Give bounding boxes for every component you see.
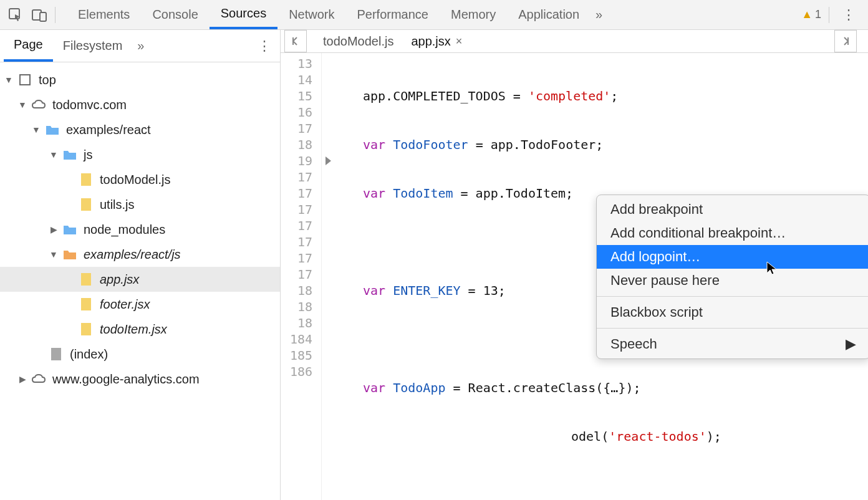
line-number[interactable]: 17 xyxy=(281,169,321,185)
navigator-menu-icon[interactable]: ⋮ xyxy=(253,38,276,54)
svg-rect-4 xyxy=(81,173,91,186)
file-tab[interactable]: todoModel.js xyxy=(314,30,402,52)
ctx-blackbox-script[interactable]: Blackbox script xyxy=(597,300,868,324)
side-tabs-overflow-icon[interactable]: » xyxy=(132,39,149,53)
side-tab-page[interactable]: Page xyxy=(4,30,53,62)
ctx-never-pause[interactable]: Never pause here xyxy=(597,269,868,292)
tree-label: footer.jsx xyxy=(100,297,150,312)
line-number[interactable]: 17 xyxy=(281,218,321,234)
context-menu: Add breakpoint Add conditional breakpoin… xyxy=(596,195,868,359)
folder-icon xyxy=(62,247,77,262)
line-number[interactable]: 18 xyxy=(281,299,321,315)
line-number[interactable]: 16 xyxy=(281,104,321,120)
svg-rect-3 xyxy=(20,75,30,85)
line-number[interactable]: 18 xyxy=(281,315,321,331)
tab-memory[interactable]: Memory xyxy=(440,0,507,29)
device-toggle-icon[interactable] xyxy=(27,3,51,27)
tree-label: (index) xyxy=(70,347,108,362)
disclosure-icon: ▶ xyxy=(17,374,27,384)
side-tab-filesystem[interactable]: Filesystem xyxy=(53,30,133,62)
js-file-icon xyxy=(79,272,94,287)
frame-icon xyxy=(17,72,32,87)
main-area: Page Filesystem » ⋮ ▼top ▼todomvc.com ▼e… xyxy=(0,30,868,500)
settings-menu-icon[interactable]: ⋮ xyxy=(837,7,861,23)
line-number[interactable]: 17 xyxy=(281,250,321,266)
tree-folder-node-modules[interactable]: ▶node_modules xyxy=(0,217,280,242)
line-gutter[interactable]: 13 14 15 16 17 18 19 17 17 17 17 17 17 1… xyxy=(281,53,322,500)
ctx-separator xyxy=(597,328,868,329)
tab-network[interactable]: Network xyxy=(277,0,345,29)
tree-folder[interactable]: ▼examples/react xyxy=(0,117,280,142)
line-number[interactable]: 18 xyxy=(281,137,321,153)
tab-sources[interactable]: Sources xyxy=(210,0,277,29)
tree-file-index[interactable]: (index) xyxy=(0,342,280,367)
line-number[interactable]: 17 xyxy=(281,201,321,218)
js-file-icon xyxy=(79,197,94,212)
nav-forward-icon[interactable] xyxy=(834,30,857,52)
tree-label: utils.js xyxy=(100,198,135,212)
inspect-element-icon[interactable] xyxy=(4,3,27,27)
divider xyxy=(55,7,55,23)
tree-file[interactable]: todoItem.jsx xyxy=(0,317,280,342)
ctx-add-conditional-breakpoint[interactable]: Add conditional breakpoint… xyxy=(597,221,868,245)
tree-label: examples/react/js xyxy=(84,248,181,262)
tree-folder-js[interactable]: ▼js xyxy=(0,142,280,167)
tree-domain-ga[interactable]: ▶www.google-analytics.com xyxy=(0,367,280,392)
ctx-speech[interactable]: Speech▶ xyxy=(597,332,868,356)
ctx-add-breakpoint[interactable]: Add breakpoint xyxy=(597,198,868,221)
line-number[interactable]: 185 xyxy=(281,347,321,363)
js-file-icon xyxy=(79,172,94,187)
folder-icon xyxy=(62,147,77,162)
tree-label: todoItem.jsx xyxy=(100,322,167,337)
tree-file-selected[interactable]: app.jsx xyxy=(0,267,280,292)
tree-folder-sourcemap[interactable]: ▼examples/react/js xyxy=(0,242,280,267)
tree-domain[interactable]: ▼todomvc.com xyxy=(0,92,280,117)
file-tabbar: todoModel.js app.jsx× xyxy=(281,30,868,53)
divider xyxy=(829,7,829,23)
file-tab-label: todoModel.js xyxy=(323,34,393,49)
svg-rect-8 xyxy=(81,323,91,335)
tree-top[interactable]: ▼top xyxy=(0,67,280,92)
panel-tabs: Elements Console Sources Network Perform… xyxy=(67,0,801,29)
line-number[interactable]: 13 xyxy=(281,55,321,72)
nav-back-icon[interactable] xyxy=(284,30,307,52)
tab-application[interactable]: Application xyxy=(507,0,591,29)
tree-label: examples/react xyxy=(66,123,151,137)
tree-file[interactable]: todoModel.js xyxy=(0,167,280,192)
line-number[interactable]: 14 xyxy=(281,72,321,88)
warning-number: 1 xyxy=(815,8,821,21)
tab-elements[interactable]: Elements xyxy=(67,0,141,29)
expand-icon[interactable] xyxy=(326,156,331,165)
tabs-overflow-icon[interactable]: » xyxy=(591,7,607,22)
tree-label: todomvc.com xyxy=(52,98,127,112)
tree-file[interactable]: utils.js xyxy=(0,192,280,217)
warning-count[interactable]: ▲ 1 xyxy=(801,8,821,21)
line-number[interactable]: 17 xyxy=(281,185,321,201)
mouse-cursor-icon xyxy=(766,261,778,276)
line-number[interactable]: 17 xyxy=(281,120,321,137)
tree-file[interactable]: footer.jsx xyxy=(0,292,280,317)
line-number[interactable]: 17 xyxy=(281,234,321,250)
close-icon[interactable]: × xyxy=(456,35,463,48)
navigator-sidebar: Page Filesystem » ⋮ ▼top ▼todomvc.com ▼e… xyxy=(0,30,281,500)
tree-label: todoModel.js xyxy=(100,173,170,187)
line-number[interactable]: 15 xyxy=(281,88,321,104)
line-number[interactable]: 17 xyxy=(281,266,321,282)
line-number[interactable]: 19 xyxy=(281,153,321,169)
line-number[interactable]: 184 xyxy=(281,331,321,347)
line-number[interactable]: 186 xyxy=(281,363,321,380)
file-tab-label: app.jsx xyxy=(411,34,450,49)
line-number[interactable]: 18 xyxy=(281,282,321,299)
warning-icon: ▲ xyxy=(801,8,813,21)
ctx-add-logpoint[interactable]: Add logpoint… xyxy=(597,245,868,269)
tree-label: node_modules xyxy=(84,223,165,237)
tab-performance[interactable]: Performance xyxy=(346,0,440,29)
file-tab-active[interactable]: app.jsx× xyxy=(402,30,471,52)
folder-icon xyxy=(45,122,60,137)
tree-label: top xyxy=(39,73,56,87)
svg-rect-6 xyxy=(81,273,91,286)
disclosure-icon: ▼ xyxy=(49,150,59,160)
disclosure-icon: ▼ xyxy=(17,100,27,110)
cloud-icon xyxy=(31,372,46,387)
tab-console[interactable]: Console xyxy=(141,0,209,29)
